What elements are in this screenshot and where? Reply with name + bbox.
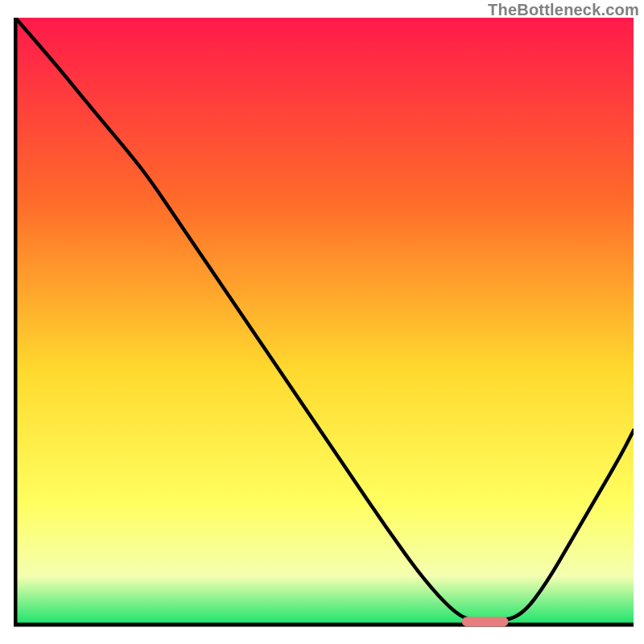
chart-stage: TheBottleneck.com bbox=[0, 0, 644, 644]
gradient-background bbox=[15, 18, 634, 625]
plot-svg bbox=[14, 18, 634, 628]
optimal-marker bbox=[462, 617, 509, 626]
plot-area bbox=[14, 18, 634, 628]
watermark-text: TheBottleneck.com bbox=[488, 1, 639, 19]
